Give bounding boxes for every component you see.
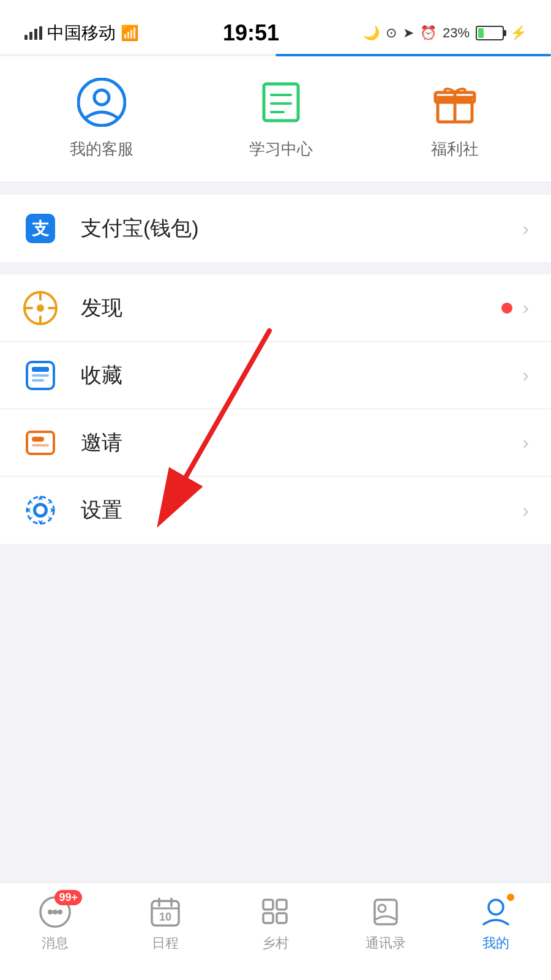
scroll-tab-indicator: [0, 54, 551, 56]
customer-service-icon: [77, 78, 126, 127]
settings-icon-wrap: [22, 492, 59, 529]
settings-icon: [23, 493, 58, 527]
menu-section-main: 发现 › 收藏 ›: [0, 274, 551, 544]
menu-item-invite[interactable]: 邀请 ›: [0, 409, 551, 477]
welfare-icon: [430, 78, 479, 127]
status-left: 中国移动 📶: [24, 21, 139, 45]
invite-chevron: ›: [522, 431, 529, 454]
welfare-label: 福利社: [431, 138, 479, 160]
battery-icon: [476, 26, 504, 40]
wifi-icon: 📶: [121, 24, 139, 42]
svg-rect-43: [375, 900, 397, 924]
menu-item-settings[interactable]: 设置 ›: [0, 477, 551, 544]
svg-text:支: 支: [31, 219, 50, 238]
svg-point-0: [78, 79, 125, 126]
favorites-icon: [23, 358, 58, 393]
messages-icon-wrap: 99+: [38, 895, 72, 929]
settings-text: 设置: [81, 496, 522, 524]
tab-item-messages[interactable]: 99+ 消息: [0, 895, 110, 952]
svg-rect-24: [32, 444, 49, 447]
moon-icon: 🌙: [363, 25, 380, 41]
village-icon-wrap: [258, 895, 293, 929]
menu-item-favorites[interactable]: 收藏 ›: [0, 342, 551, 409]
messages-label: 消息: [42, 934, 69, 952]
discover-icon: [23, 291, 58, 325]
calendar-icon: 10: [149, 896, 181, 928]
tab-item-mine[interactable]: 我的: [441, 895, 551, 952]
favorites-chevron: ›: [522, 364, 529, 386]
svg-point-27: [35, 505, 46, 516]
invite-icon-wrap: [22, 424, 59, 461]
carrier-text: 中国移动: [47, 21, 116, 45]
alipay-chevron: ›: [522, 217, 529, 240]
status-bar: 中国移动 📶 19:51 🌙 ⊙ ➤ ⏰ 23% ⚡: [0, 0, 551, 54]
service-item-customer[interactable]: 我的客服: [70, 76, 133, 160]
bottom-tabbar: 99+ 消息 10 日程 乡村: [0, 882, 551, 980]
svg-point-45: [489, 900, 503, 914]
customer-label: 我的客服: [70, 138, 133, 160]
contacts-label: 通讯录: [365, 934, 406, 952]
svg-rect-39: [263, 900, 273, 910]
tab-indicator-1: [0, 54, 276, 56]
page-content: 我的客服 学习中心: [0, 54, 551, 544]
svg-rect-41: [263, 913, 273, 923]
svg-rect-20: [32, 374, 49, 377]
svg-rect-23: [32, 437, 44, 442]
svg-point-33: [58, 910, 62, 914]
tab-item-village[interactable]: 乡村: [220, 895, 331, 952]
mine-icon-wrap: [479, 895, 513, 929]
svg-rect-42: [277, 913, 287, 923]
svg-point-32: [53, 910, 58, 914]
mine-dot: [506, 892, 515, 902]
divider-2: [0, 262, 551, 274]
tab-item-calendar[interactable]: 10 日程: [110, 895, 220, 952]
alipay-icon: 支: [23, 211, 58, 246]
discover-text: 发现: [81, 294, 501, 322]
divider-1: [0, 183, 551, 195]
menu-item-discover[interactable]: 发现 ›: [0, 274, 551, 342]
alipay-icon-wrap: 支: [22, 210, 59, 247]
at-icon: ⊙: [386, 25, 397, 41]
svg-rect-44: [378, 905, 386, 912]
location-icon: ➤: [403, 25, 414, 41]
study-center-icon: [257, 78, 305, 127]
favorites-text: 收藏: [81, 361, 522, 390]
invite-icon: [23, 426, 58, 460]
service-icons-row: 我的客服 学习中心: [0, 56, 551, 183]
svg-rect-21: [32, 379, 44, 382]
welfare-icon-wrap: [429, 76, 481, 129]
service-item-study[interactable]: 学习中心: [249, 76, 313, 160]
village-icon: [260, 896, 291, 928]
charging-icon: ⚡: [510, 25, 527, 41]
svg-point-1: [94, 90, 109, 105]
service-item-welfare[interactable]: 福利社: [429, 76, 481, 160]
tab-indicator-2: [276, 54, 551, 56]
menu-item-alipay[interactable]: 支 支付宝(钱包) ›: [0, 195, 551, 262]
study-icon-wrap: [255, 76, 307, 129]
svg-text:10: 10: [159, 911, 171, 923]
village-label: 乡村: [262, 934, 289, 952]
status-right: 🌙 ⊙ ➤ ⏰ 23% ⚡: [363, 25, 527, 41]
discover-icon-wrap: [22, 290, 59, 326]
discover-red-dot: [501, 303, 512, 314]
signal-icon: [24, 26, 42, 40]
battery-percent: 23%: [443, 25, 470, 41]
svg-point-26: [27, 497, 54, 524]
invite-text: 邀请: [81, 429, 522, 457]
settings-chevron: ›: [522, 499, 529, 522]
messages-badge: 99+: [54, 890, 82, 905]
gray-spacer: [0, 570, 551, 864]
svg-rect-19: [32, 367, 49, 372]
svg-point-13: [37, 304, 44, 312]
tab-item-contacts[interactable]: 通讯录: [331, 895, 441, 952]
svg-rect-22: [27, 432, 54, 454]
favorites-icon-wrap: [22, 357, 59, 394]
calendar-label: 日程: [152, 934, 179, 952]
svg-rect-40: [277, 900, 287, 910]
alarm-icon: ⏰: [420, 25, 437, 41]
contacts-icon-wrap: [369, 895, 403, 929]
calendar-icon-wrap: 10: [148, 895, 182, 929]
alipay-text: 支付宝(钱包): [81, 214, 522, 243]
mine-label: 我的: [482, 934, 509, 952]
svg-point-31: [48, 910, 53, 914]
